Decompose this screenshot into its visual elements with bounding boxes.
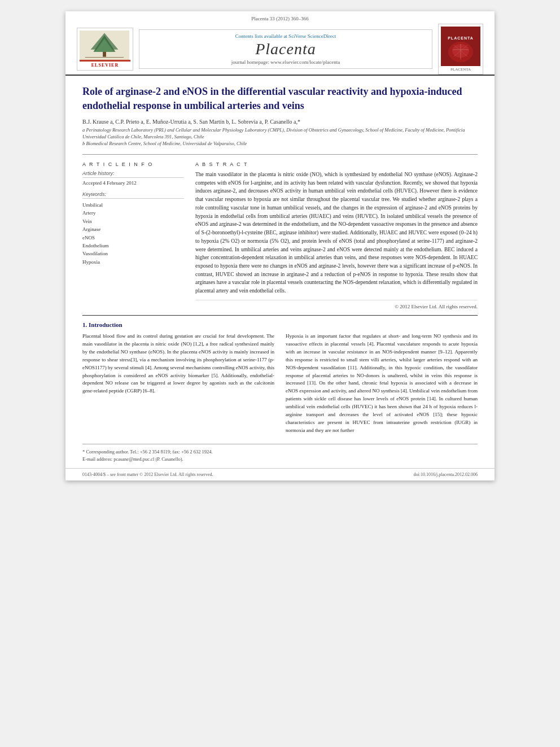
affiliations: a Perinatology Research Laboratory (PRL)… xyxy=(82,127,478,147)
bottom-copyright: 0143-4004/$ – see front matter © 2012 El… xyxy=(82,472,213,477)
bottom-bar: 0143-4004/$ – see front matter © 2012 El… xyxy=(65,468,495,480)
journal-page: Placenta 33 (2012) 360–366 xyxy=(65,11,495,480)
keyword-hypoxia: Hypoxia xyxy=(82,258,184,266)
journal-header: Placenta 33 (2012) 360–366 xyxy=(65,11,495,76)
doi-text: Placenta 33 (2012) 360–366 xyxy=(251,16,309,21)
elsevier-tree-image xyxy=(80,30,129,60)
abstract-section-label: A B S T R A C T xyxy=(195,161,478,167)
svg-text:PLACENTA: PLACENTA xyxy=(448,36,474,40)
keywords-section: Keywords: Umbilical Artery Vein Arginase… xyxy=(82,191,184,266)
introduction-section: 1. Introduction Placental blood flow and… xyxy=(82,315,478,435)
keywords-label: Keywords: xyxy=(82,191,184,199)
article-info-abstract: A R T I C L E I N F O Article history: A… xyxy=(82,154,478,309)
bottom-doi: doi:10.1016/j.placenta.2012.02.006 xyxy=(413,472,478,477)
accepted-date: Accepted 4 February 2012 xyxy=(82,180,184,186)
placenta-logo-text: PLACENTA xyxy=(441,67,480,72)
journal-center: Contents lists available at SciVerse Sci… xyxy=(139,29,432,69)
elsevier-logo: ELSEVIER xyxy=(77,28,133,71)
article-body: Role of arginase-2 and eNOS in the diffe… xyxy=(65,76,495,444)
intro-left-col: Placental blood flow and its control dur… xyxy=(82,333,274,435)
elsevier-text: ELSEVIER xyxy=(80,63,130,68)
abstract-col: A B S T R A C T The main vasodilator in … xyxy=(195,161,478,309)
intro-number: 1. xyxy=(82,321,87,328)
authors: B.J. Krause a, C.P. Prieto a, E. Muñoz-U… xyxy=(82,119,478,125)
article-history: Article history: Accepted 4 February 201… xyxy=(82,171,184,186)
copyright-text: © 2012 Elsevier Ltd. All rights reserved… xyxy=(195,300,478,309)
corresponding-note: * Corresponding author. Tel.: +56 2 354 … xyxy=(82,449,478,455)
placenta-logo-image: PLACENTA xyxy=(441,27,480,66)
intro-body: Placental blood flow and its control dur… xyxy=(82,333,478,435)
keyword-enos: eNOS xyxy=(82,234,184,242)
email-address: pcasane@med.puc.cl (P. Casanello). xyxy=(113,456,183,462)
journal-homepage: journal homepage: www.elsevier.com/locat… xyxy=(143,59,428,65)
doi-bar: Placenta 33 (2012) 360–366 xyxy=(77,16,483,21)
keyword-endothelium: Endothelium xyxy=(82,242,184,250)
sciverse-text: Contents lists available at SciVerse Sci… xyxy=(143,33,428,39)
red-line xyxy=(80,60,130,62)
placenta-logo-box: PLACENTA PLACENTA xyxy=(438,24,483,75)
email-note: E-mail address: pcasane@med.puc.cl (P. C… xyxy=(82,456,478,462)
keyword-umbilical: Umbilical xyxy=(82,201,184,209)
journal-name: Placenta xyxy=(143,40,428,58)
authors-text: B.J. Krause a, C.P. Prieto a, E. Muñoz-U… xyxy=(82,119,300,125)
article-title: Role of arginase-2 and eNOS in the diffe… xyxy=(82,85,478,113)
intro-title: Introduction xyxy=(89,321,123,328)
corresponding-text: * Corresponding author. Tel.: +56 2 354 … xyxy=(82,449,213,455)
keyword-vasodilation: Vasodilation xyxy=(82,250,184,257)
intro-left-text: Placental blood flow and its control dur… xyxy=(82,333,274,396)
article-info-col: A R T I C L E I N F O Article history: A… xyxy=(82,161,184,309)
history-label: Article history: xyxy=(82,171,184,178)
article-info-label: A R T I C L E I N F O xyxy=(82,161,184,167)
affiliation-b: b Biomedical Research Centre, School of … xyxy=(82,141,478,147)
keyword-vein: Vein xyxy=(82,217,184,225)
intro-right-col: Hypoxia is an important factor that regu… xyxy=(286,333,478,435)
email-label: E-mail address: xyxy=(82,456,112,462)
intro-right-text: Hypoxia is an important factor that regu… xyxy=(286,333,478,435)
article-footer: * Corresponding author. Tel.: +56 2 354 … xyxy=(82,444,478,468)
elsevier-logo-box: ELSEVIER xyxy=(77,28,133,71)
abstract-text: The main vasodilator in the placenta is … xyxy=(195,171,478,295)
keyword-artery: Artery xyxy=(82,209,184,217)
keyword-arginase: Arginase xyxy=(82,225,184,233)
header-content: ELSEVIER Contents lists available at Sci… xyxy=(77,24,483,75)
intro-heading: 1. Introduction xyxy=(82,321,478,328)
affiliation-a: a Perinatology Research Laboratory (PRL)… xyxy=(82,127,478,141)
